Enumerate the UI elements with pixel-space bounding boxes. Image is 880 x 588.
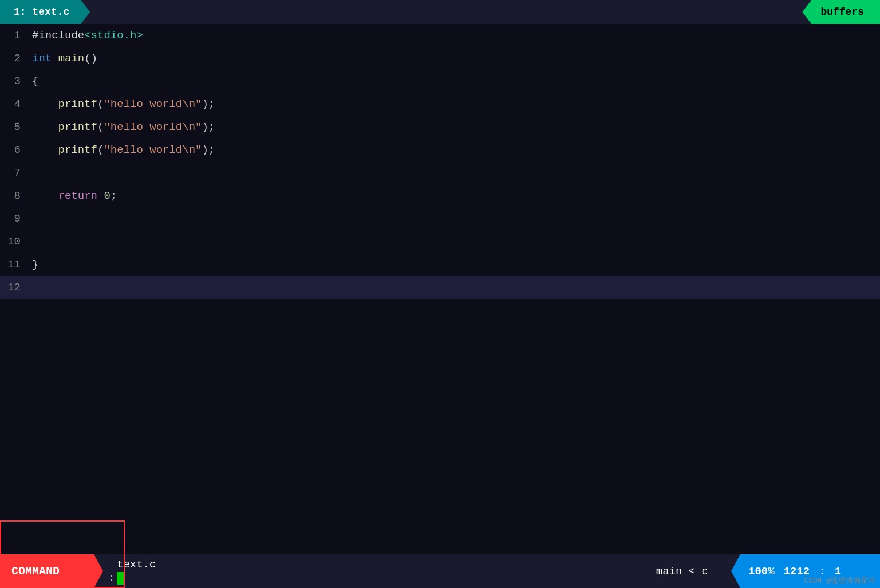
buffers-button[interactable]: buffers (802, 0, 880, 24)
line-content: printf("hello world\n"); (30, 139, 215, 161)
code-line: 8 return 0; (0, 184, 880, 207)
line-number: 1 (0, 24, 30, 47)
line-number: 6 (0, 139, 30, 161)
code-line: 6 printf("hello world\n"); (0, 139, 880, 161)
cursor-block (117, 572, 125, 585)
status-bar: COMMAND text.c : main < c 100% 1212 : 1 (0, 554, 880, 588)
status-context: main < c (656, 565, 708, 578)
tab-bar: 1: text.c buffers (0, 0, 880, 24)
line-number: 8 (0, 184, 30, 207)
line-content: printf("hello world\n"); (30, 93, 215, 116)
active-tab-label: 1: text.c (14, 6, 69, 18)
line-content: return 0; (30, 184, 117, 207)
line-number: 10 (0, 230, 30, 253)
csdn-watermark: CSDN @遥望浩瀚星河 (804, 575, 875, 586)
code-line: 2int main() (0, 47, 880, 70)
status-percent: 100% (748, 565, 775, 578)
line-number: 7 (0, 161, 30, 184)
code-area: 1#include<stdio.h>2int main()3{4 printf(… (0, 24, 880, 554)
line-content: int main() (30, 47, 97, 70)
line-content: { (30, 70, 38, 93)
prompt-colon: : (109, 573, 115, 583)
command-label: COMMAND (11, 565, 60, 578)
line-number: 5 (0, 116, 30, 139)
code-line: 4 printf("hello world\n"); (0, 93, 880, 116)
line-number: 2 (0, 47, 30, 70)
line-number: 4 (0, 93, 30, 116)
code-line: 5 printf("hello world\n"); (0, 116, 880, 139)
code-line: 9 (0, 207, 880, 230)
code-line: 3{ (0, 70, 880, 93)
line-number: 12 (0, 276, 30, 299)
status-filename: text.c (117, 558, 156, 571)
line-number: 3 (0, 70, 30, 93)
editor-area[interactable]: 1#include<stdio.h>2int main()3{4 printf(… (0, 24, 880, 554)
line-content: #include<stdio.h> (30, 24, 143, 47)
code-line: 12 (0, 276, 880, 299)
line-content: } (30, 253, 38, 276)
command-mode-indicator: COMMAND (0, 554, 103, 588)
code-line: 10 (0, 230, 880, 253)
code-line: 7 (0, 161, 880, 184)
line-number: 11 (0, 253, 30, 276)
line-content: printf("hello world\n"); (30, 116, 215, 139)
line-number: 9 (0, 207, 30, 230)
code-line: 1#include<stdio.h> (0, 24, 880, 47)
code-line: 11} (0, 253, 880, 276)
active-tab[interactable]: 1: text.c (0, 0, 90, 24)
buffers-label: buffers (820, 6, 864, 18)
